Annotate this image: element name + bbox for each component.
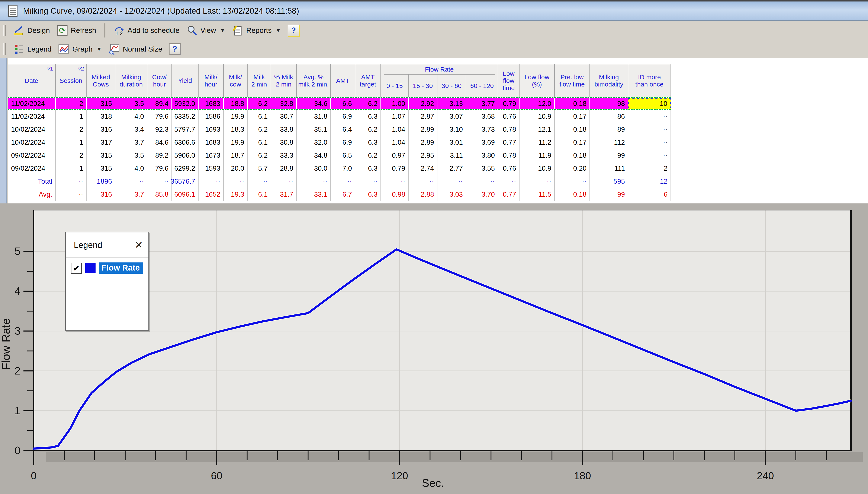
table-row[interactable]: Avg.··3163.785.86096.1165219.36.131.733.… [8,188,671,201]
table-cell: 1896 [87,175,115,188]
table-cell: 34.6 [297,98,331,109]
column-header-low-flow-time[interactable]: Low flow time [498,64,520,97]
legend-checkbox[interactable]: ✔ [71,263,82,274]
normal-size-button[interactable]: Normal Size [109,43,162,55]
table-cell: 3.5 [115,98,147,109]
table-cell: 3.55 [466,162,498,175]
table-row[interactable]: 09/02/202423153.589.25906.0167318.76.233… [8,149,671,162]
table-cell: 4.0 [115,110,147,123]
table-cell: 1 [56,136,87,149]
column-header-date[interactable]: Date▿1 [8,64,56,97]
table-cell: 3.07 [437,110,466,123]
table-cell: 6.2 [355,123,381,136]
table-row[interactable]: 09/02/202413154.079.66299.2159320.05.728… [8,162,671,175]
legend-item-flow-rate: ✔ Flow Rate [71,263,148,274]
sort-order-badge: ▿2 [78,65,84,72]
column-header-60---120[interactable]: 60 - 120 [466,75,498,97]
help-button[interactable]: ? [288,25,299,36]
table-cell: 3.70 [466,188,498,201]
table-cell: Total [8,175,56,188]
toolbar-grip[interactable] [3,25,6,36]
column-header-milking-duration[interactable]: Milking duration [115,64,147,97]
column-header-amt-target[interactable]: AMT target [355,64,381,97]
help-button-2[interactable]: ? [169,43,181,55]
table-cell: 1693 [199,123,224,136]
graph-button[interactable]: Graph ▼ [58,43,102,55]
table-cell: 6.2 [355,98,381,109]
view-button[interactable]: View ▼ [186,25,225,36]
table-cell: ·· [498,175,520,188]
application-window: Milking Curve, 09/02/2024 - 12/02/2024 (… [0,0,868,494]
column-header-cow/-hour[interactable]: Cow/ hour [147,64,172,97]
column-header-0---15[interactable]: 0 - 15 [381,75,409,97]
graph-icon [58,43,69,55]
table-row[interactable]: 10/02/202423163.492.35797.7169318.36.233… [8,123,671,136]
reports-button[interactable]: Reports ▼ [232,25,281,36]
table-cell: 0.18 [555,149,590,162]
refresh-button[interactable]: ⟳ Refresh [57,25,96,36]
graph-dropdown-arrow: ▼ [96,46,102,52]
legend-toggle-button[interactable]: Legend [13,43,51,55]
column-header-low-flow-(%)[interactable]: Low flow (%) [520,64,555,97]
toolbar-grip[interactable] [3,43,6,55]
table-cell: 595 [590,175,628,188]
axis-shadow [46,452,863,462]
column-header-milk/-cow[interactable]: Milk/ cow [224,64,248,97]
table-cell: 30.8 [271,136,297,149]
column-header-%-milk-2-min[interactable]: % Milk 2 min [271,64,297,97]
table-cell: 315 [87,98,115,109]
table-cell: 3.69 [466,136,498,149]
column-header-yield[interactable]: Yield [172,64,199,97]
close-icon[interactable]: ✕ [134,240,143,250]
column-header-amt[interactable]: AMT [331,64,355,97]
column-header-milking-bimodality[interactable]: Milking bimodality [590,64,628,97]
table-cell: 1 [56,110,87,123]
table-cell: ·· [437,175,466,188]
column-header-id-more-than-once[interactable]: ID more than once [628,64,671,97]
table-row-selected[interactable]: 11/02/202423153.589.45932.0168318.86.232… [8,97,671,110]
table-cell: 99 [590,188,628,201]
table-cell: 6335.2 [172,110,199,123]
table-cell: 3.7 [115,188,147,201]
table-cell: 18.8 [224,98,248,109]
table-cell: 3.13 [437,98,466,109]
table-cell: 7.0 [331,162,355,175]
add-to-schedule-button[interactable]: 12 Add to schedule [113,25,180,36]
column-header-milked-cows[interactable]: Milked Cows [87,64,115,97]
table-cell: 6.3 [355,110,381,123]
reports-dropdown-arrow: ▼ [275,27,281,34]
column-header-session[interactable]: Session▿2 [56,64,87,97]
column-header-pre.-low-flow-time[interactable]: Pre. low flow time [555,64,590,97]
table-cell: 1652 [199,188,224,201]
table-cell: 6.3 [355,188,381,201]
design-button[interactable]: Design [13,25,50,36]
legend-item-label[interactable]: Flow Rate [99,263,143,274]
window-title: Milking Curve, 09/02/2024 - 12/02/2024 (… [23,6,299,16]
reports-label: Reports [246,26,272,35]
table-cell: 0.77 [498,136,520,149]
column-header-avg.-%-milk-2-min.[interactable]: Avg. % milk 2 min. [297,64,331,97]
table-cell: 1673 [199,149,224,162]
title-bar: Milking Curve, 09/02/2024 - 12/02/2024 (… [0,0,868,21]
graph-label: Graph [72,45,93,53]
table-cell: 0.18 [555,188,590,201]
table-row[interactable]: Total··1896····36576.7··················… [8,175,671,188]
legend-window[interactable]: Legend ✕ ✔ Flow Rate [65,232,149,331]
column-header-30---60[interactable]: 30 - 60 [437,75,466,97]
column-header-milk-2-min[interactable]: Milk 2 min [248,64,271,97]
column-header-15---30[interactable]: 15 - 30 [409,75,437,97]
svg-text:2: 2 [120,31,123,36]
table-cell: 11.5 [520,188,555,201]
y-tick-label: 1 [15,405,20,417]
column-header-milk/-hour[interactable]: Milk/ hour [199,64,224,97]
table-row[interactable]: 11/02/202413184.079.66335.2158619.96.130… [8,110,671,123]
legend-window-titlebar[interactable]: Legend ✕ [66,232,148,258]
table-cell: ·· [409,175,437,188]
table-cell: 6.3 [355,136,381,149]
view-magnifier-icon [186,25,198,36]
table-row[interactable]: 10/02/202413173.784.66306.6168319.96.130… [8,136,671,149]
table-cell: 12.1 [520,123,555,136]
table-cell: 6.4 [331,123,355,136]
table-cell: 6306.6 [172,136,199,149]
table-cell: 1683 [199,136,224,149]
